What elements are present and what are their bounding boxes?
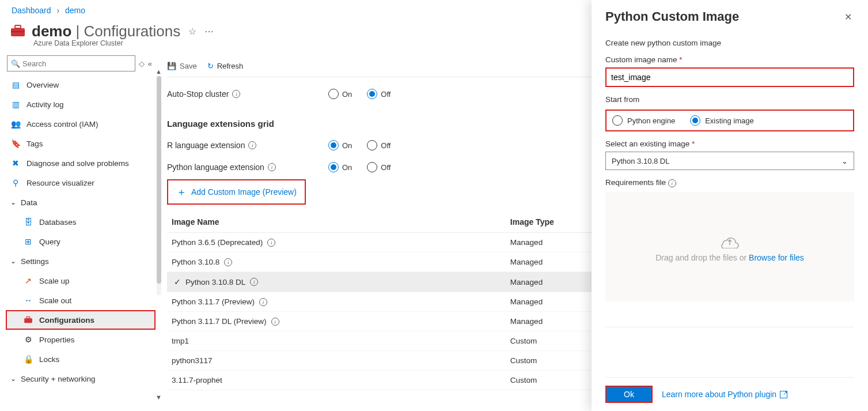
info-icon[interactable]: i <box>271 318 279 326</box>
col-name[interactable]: Image Name <box>167 212 506 233</box>
svg-rect-4 <box>26 316 30 318</box>
info-icon[interactable]: i <box>259 298 267 306</box>
chevron-down-icon: ⌄ <box>10 375 16 383</box>
upload-icon <box>718 231 741 248</box>
chevron-down-icon: ⌄ <box>842 157 848 165</box>
file-dropzone[interactable]: Drag and drop the files or Browse for fi… <box>605 192 854 301</box>
scroll-up-icon[interactable]: ▲ <box>156 68 162 75</box>
nav-scaleout[interactable]: ↔Scale out <box>7 291 156 310</box>
people-icon: 👥 <box>10 119 21 129</box>
svg-rect-3 <box>24 318 32 323</box>
tag-icon: 🔖 <box>10 138 21 149</box>
name-label: Custom image name * <box>605 55 854 64</box>
page-title: demo | Configurations <box>32 22 180 40</box>
scroll-down-icon[interactable]: ▼ <box>156 394 162 401</box>
learn-more-link[interactable]: Learn more about Python plugin <box>662 390 787 399</box>
ok-button[interactable]: Ok <box>605 386 653 403</box>
query-icon: ⊞ <box>23 236 33 247</box>
plus-icon: ＋ <box>176 185 187 199</box>
pylang-on[interactable] <box>328 162 339 172</box>
nav-data-group[interactable]: ⌄Data <box>7 193 156 212</box>
nav-iam[interactable]: 👥Access control (IAM) <box>7 114 156 134</box>
search-input[interactable]: 🔍 <box>7 55 135 71</box>
radio-python-engine[interactable] <box>612 115 623 126</box>
rlang-off[interactable] <box>367 140 377 150</box>
pylang-off[interactable] <box>367 162 377 172</box>
close-icon[interactable]: ✕ <box>842 9 854 25</box>
nav-activity[interactable]: ▥Activity log <box>7 95 156 114</box>
nav-list: ▤Overview ▥Activity log 👥Access control … <box>7 75 156 389</box>
nav-locks[interactable]: 🔒Locks <box>7 349 156 369</box>
chevron-down-icon: ⌄ <box>10 257 16 265</box>
svg-rect-2 <box>11 31 25 32</box>
refresh-icon: ↻ <box>207 62 214 70</box>
panel-subtitle: Create new python custom image <box>605 39 854 47</box>
sidebar: 🔍 ◇ « ▲ ▤Overview ▥Activity log 👥Access … <box>0 55 156 403</box>
add-custom-image-button[interactable]: ＋ Add Custom Image (Preview) <box>167 179 306 205</box>
graph-icon: ⚲ <box>10 178 21 188</box>
search-icon: 🔍 <box>11 59 20 68</box>
autostop-on[interactable] <box>328 89 339 99</box>
chevron-down-icon: ⌄ <box>10 198 16 206</box>
startfrom-radio-group: Python engine Existing image <box>605 110 854 131</box>
rlang-on[interactable] <box>328 140 339 150</box>
favorite-icon[interactable]: ☆ <box>188 26 196 37</box>
external-link-icon <box>780 391 787 398</box>
reqfile-label: Requirements file i <box>605 178 854 187</box>
toolbox-icon <box>23 315 33 325</box>
browse-link[interactable]: Browse for files <box>749 253 804 262</box>
gear-icon: ⚙ <box>23 334 33 345</box>
scaleup-icon: ↗ <box>23 276 33 286</box>
log-icon: ▥ <box>10 99 21 110</box>
breadcrumb-sep: › <box>56 6 59 15</box>
overview-icon: ▤ <box>10 80 21 90</box>
nav-security-group[interactable]: ⌄Security + networking <box>7 369 156 389</box>
nav-properties[interactable]: ⚙Properties <box>7 330 156 349</box>
nav-tags[interactable]: 🔖Tags <box>7 134 156 153</box>
nav-configurations[interactable]: Configurations <box>6 310 156 330</box>
nav-databases[interactable]: 🗄Databases <box>7 212 156 232</box>
breadcrumb-root[interactable]: Dashboard <box>12 6 51 15</box>
existing-image-select[interactable]: Python 3.10.8 DL ⌄ <box>605 152 854 170</box>
panel-title: Python Custom Image <box>605 9 739 24</box>
check-icon: ✓ <box>174 277 181 286</box>
scrollbar[interactable] <box>157 76 161 295</box>
breadcrumb-current[interactable]: demo <box>65 6 85 15</box>
svg-rect-1 <box>15 25 21 28</box>
image-name-input[interactable] <box>605 67 854 87</box>
save-icon: 💾 <box>167 62 176 70</box>
nav-visualizer[interactable]: ⚲Resource visualizer <box>7 173 156 193</box>
nav-diagnose[interactable]: ✖Diagnose and solve problems <box>7 153 156 173</box>
database-icon: 🗄 <box>23 217 33 227</box>
nav-overview[interactable]: ▤Overview <box>7 75 156 95</box>
select-label: Select an existing image * <box>605 139 854 148</box>
save-button[interactable]: 💾Save <box>167 62 197 70</box>
info-icon[interactable]: i <box>248 141 256 149</box>
autostop-off[interactable] <box>367 89 377 99</box>
toolbox-icon <box>9 22 27 40</box>
wrench-icon: ✖ <box>10 158 21 168</box>
startfrom-label: Start from <box>605 95 854 104</box>
info-icon[interactable]: i <box>668 179 676 187</box>
radio-existing-image[interactable] <box>690 115 700 126</box>
collapse-icon[interactable]: « <box>148 59 152 68</box>
scaleout-icon: ↔ <box>23 295 33 306</box>
info-icon[interactable]: i <box>250 278 258 286</box>
lock-icon: 🔒 <box>23 354 33 364</box>
nav-settings-group[interactable]: ⌄Settings <box>7 251 156 271</box>
more-icon[interactable]: ⋯ <box>204 26 214 37</box>
expand-icon[interactable]: ◇ <box>139 59 145 68</box>
info-icon[interactable]: i <box>232 90 240 98</box>
side-panel: Python Custom Image ✕ Create new python … <box>592 0 868 411</box>
nav-scaleup[interactable]: ↗Scale up <box>7 271 156 291</box>
info-icon[interactable]: i <box>267 239 275 247</box>
info-icon[interactable]: i <box>224 258 232 266</box>
info-icon[interactable]: i <box>268 163 276 171</box>
refresh-button[interactable]: ↻Refresh <box>207 62 244 70</box>
nav-query[interactable]: ⊞Query <box>7 232 156 251</box>
